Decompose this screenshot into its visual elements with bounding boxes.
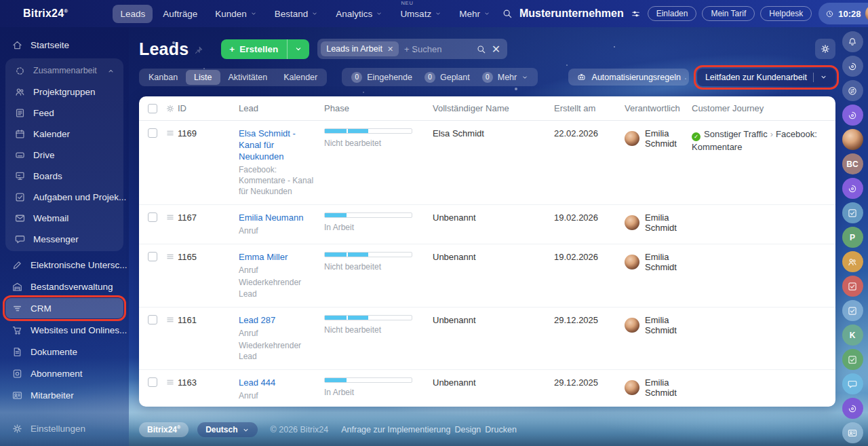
topbar-pill-einladen[interactable]: Einladen [648, 6, 697, 21]
sidebar-item-drive[interactable]: Drive [8, 145, 121, 165]
sidebar-item-boards[interactable]: Boards [8, 166, 121, 186]
row-checkbox[interactable] [148, 212, 157, 222]
sidebar-item-elektronische-untersc[interactable]: Elektronische Untersc... [5, 255, 123, 275]
lead-link[interactable]: Emma Miller [239, 252, 288, 263]
automation-rules-button[interactable]: Automatisierungsregeln [568, 69, 689, 86]
footer-link-drucken[interactable]: Drucken [485, 425, 517, 434]
nav-item-leads[interactable]: Leads [113, 5, 153, 23]
nav-item-analytics[interactable]: Analytics [328, 5, 390, 23]
sidebar-item-abonnement[interactable]: Abonnement [5, 363, 123, 384]
responsible-name[interactable]: Emilia Schmidt [645, 252, 685, 272]
journey-source[interactable]: Sonstiger Traffic [704, 129, 768, 139]
phase-progress-bar[interactable] [324, 252, 412, 257]
lead-link[interactable]: Lead 444 [239, 377, 275, 389]
lead-link[interactable]: Lead 287 [239, 315, 275, 327]
row-drag-handle-icon[interactable] [163, 315, 178, 324]
nav-item-mehr[interactable]: Mehr [452, 5, 498, 23]
create-dropdown-chevron-icon[interactable] [288, 40, 309, 58]
nav-item-umsatz[interactable]: NEUUmsatz [393, 5, 449, 23]
sidebar-item-aufgaben-und-projek[interactable]: Aufgaben und Projek... [8, 187, 121, 207]
company-name[interactable]: Musterunternehmen [519, 7, 624, 20]
contact-card[interactable] [842, 422, 863, 443]
clock-widget[interactable]: 10:28 [818, 3, 868, 24]
lead-link[interactable]: Emilia Neumann [239, 212, 303, 224]
filter-chip-remove-icon[interactable]: ✕ [387, 45, 393, 54]
nav-item-auftr-ge[interactable]: Aufträge [155, 5, 205, 23]
column-header-created[interactable]: Erstellt am [554, 103, 625, 113]
column-header-id[interactable]: ID [178, 103, 239, 113]
topbar-pill-mein-tarif[interactable]: Mein Tarif [702, 6, 755, 21]
column-header-phase[interactable]: Phase [324, 103, 433, 113]
select-all-checkbox[interactable] [148, 104, 157, 113]
nav-item-kunden[interactable]: Kunden [208, 5, 264, 23]
phase-progress-bar[interactable] [324, 377, 412, 383]
filter-clear-icon[interactable]: ✕ [492, 43, 500, 56]
sidebar-item-projektgruppen[interactable]: Projektgruppen [8, 81, 121, 102]
sidebar-item-startseite[interactable]: Startseite [5, 35, 123, 55]
row-drag-handle-icon[interactable] [163, 377, 178, 387]
chat-p[interactable]: P [842, 227, 863, 248]
sidebar-item-zusammenarbeit[interactable]: Zusammenarbeit [8, 60, 121, 81]
responsible-name[interactable]: Emilia Schmidt [645, 128, 685, 149]
chat-copilot-1[interactable] [842, 105, 863, 126]
search-input[interactable] [404, 44, 471, 54]
user-avatar[interactable] [865, 5, 868, 22]
column-header-lead[interactable]: Lead [239, 103, 324, 113]
create-button[interactable]: +Erstellen [221, 39, 309, 59]
filter-search-bar[interactable]: Leads in Arbeit ✕ ✕ [317, 39, 507, 59]
switch-company-icon[interactable] [631, 9, 641, 19]
chat-messages[interactable] [842, 373, 863, 394]
column-header-responsible[interactable]: Verantwortlich [625, 103, 692, 113]
column-settings-gear-icon[interactable] [163, 104, 178, 113]
guide-chevron-icon[interactable] [820, 73, 827, 81]
phase-progress-bar[interactable] [324, 128, 412, 134]
sidebar-item-dokumente[interactable]: Dokumente [5, 341, 123, 362]
row-drag-handle-icon[interactable] [163, 252, 178, 261]
copilot[interactable] [842, 56, 863, 77]
sidebar-item-kalender[interactable]: Kalender [8, 124, 121, 144]
task-teal[interactable] [842, 202, 863, 223]
nav-item-bestand[interactable]: Bestand [267, 5, 326, 23]
footer-link-design[interactable]: Design [454, 425, 481, 434]
view-tab-aktivit-ten[interactable]: Aktivitäten [220, 70, 276, 85]
responsible-name[interactable]: Emilia Schmidt [645, 315, 685, 335]
customer-guide-button[interactable]: Leitfaden zur Kundenarbeit [697, 69, 835, 86]
sidebar-item-messenger[interactable]: Messenger [8, 229, 121, 249]
search-icon[interactable] [502, 8, 513, 19]
row-drag-handle-icon[interactable] [163, 128, 178, 138]
sidebar-item-websites-und-onlines[interactable]: Websites und Onlines... [5, 320, 123, 340]
notifications-bell[interactable] [842, 31, 863, 52]
task-blue[interactable] [842, 300, 863, 321]
responsible-name[interactable]: Emilia Schmidt [645, 377, 685, 398]
sidebar-item-webmail[interactable]: Webmail [8, 208, 121, 228]
language-select[interactable]: Deutsch [197, 422, 257, 437]
chat-avatar[interactable] [842, 129, 863, 150]
counter-mehr[interactable]: 0Mehr [482, 72, 528, 83]
view-tab-liste[interactable]: Liste [186, 70, 220, 85]
view-tab-kanban[interactable]: Kanban [140, 70, 186, 85]
chat-bc[interactable]: BC [842, 153, 863, 174]
footer-brand[interactable]: Bitrix24® [139, 422, 189, 437]
row-checkbox[interactable] [148, 128, 157, 138]
footer-link-anfrage-zur-implementierung[interactable]: Anfrage zur Implementierung [341, 425, 450, 434]
counter-geplant[interactable]: 0Geplant [425, 72, 470, 83]
sidebar-item-feed[interactable]: Feed [8, 103, 121, 123]
sidebar-item-mitarbeiter[interactable]: Mitarbeiter [5, 385, 123, 405]
sidebar-item-bestandsverwaltung[interactable]: Bestandsverwaltung [5, 276, 123, 297]
filter-search-icon[interactable] [476, 44, 486, 54]
phase-progress-bar[interactable] [324, 315, 412, 320]
row-checkbox[interactable] [148, 315, 157, 324]
row-checkbox[interactable] [148, 252, 157, 261]
column-header-journey[interactable]: Customer Journey [692, 103, 827, 113]
task-red[interactable] [842, 276, 863, 297]
group-people[interactable] [842, 251, 863, 272]
lead-link[interactable]: Elsa Schmidt - Kanal für Neukunden [239, 128, 317, 163]
topbar-pill-helpdesk[interactable]: Helpdesk [760, 6, 812, 21]
sidebar-item-einstellungen[interactable]: Einstellungen [5, 418, 123, 439]
pin-icon[interactable] [194, 39, 203, 59]
chat-copilot-2[interactable] [842, 178, 863, 199]
chat-k[interactable]: K [842, 324, 863, 346]
row-checkbox[interactable] [148, 377, 157, 387]
sidebar-item-crm[interactable]: CRM [5, 298, 123, 318]
chat-transfer[interactable] [842, 80, 863, 101]
